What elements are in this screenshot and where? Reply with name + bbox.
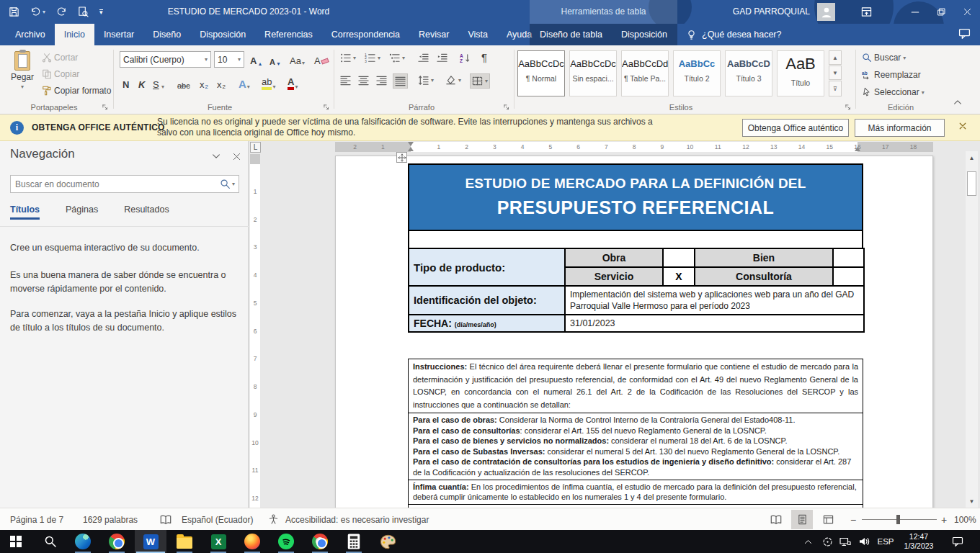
restore-button[interactable] xyxy=(928,0,954,24)
style-titulo-3[interactable]: AaBbCcD Título 3 xyxy=(725,50,772,96)
paragraph-dialog-launcher[interactable] xyxy=(503,103,512,112)
show-marks-button[interactable]: ¶ xyxy=(481,51,487,63)
tab-disposicion[interactable]: Disposición xyxy=(190,24,255,45)
style-normal[interactable]: AaBbCcDc ¶ Normal xyxy=(517,50,565,96)
taskbar-chrome[interactable] xyxy=(101,530,133,553)
collapse-ribbon-button[interactable] xyxy=(953,97,963,109)
print-layout-button[interactable] xyxy=(791,510,813,529)
taskbar-chrome-profile[interactable] xyxy=(304,530,336,553)
line-spacing-button[interactable]: ▾ xyxy=(418,75,434,86)
tray-show-hidden-icons[interactable] xyxy=(798,530,817,553)
style-sin-espaciado[interactable]: AaBbCcDc Sin espaci... xyxy=(569,50,617,96)
proofing-icon[interactable] xyxy=(160,508,172,531)
shading-button[interactable]: ▾ xyxy=(445,75,461,86)
action-center-icon[interactable] xyxy=(947,530,968,553)
sort-button[interactable] xyxy=(460,53,471,63)
first-line-indent-marker[interactable] xyxy=(408,142,414,146)
ribbon-display-options-button[interactable] xyxy=(853,0,879,24)
align-center-button[interactable] xyxy=(358,75,369,86)
more-info-button[interactable]: Más información xyxy=(855,119,945,137)
select-button[interactable]: Seleccionar▾ xyxy=(862,87,925,97)
scroll-down-arrow[interactable]: ▼ xyxy=(966,495,977,507)
font-color-button[interactable]: A▾ xyxy=(288,75,298,91)
hanging-indent-marker[interactable] xyxy=(408,147,414,151)
blank-row[interactable] xyxy=(408,231,863,249)
style-table-paragraph[interactable]: AaBbCcDd ¶ Table Pa... xyxy=(621,50,669,96)
zoom-level[interactable]: 100% xyxy=(954,508,976,531)
zoom-slider-thumb[interactable] xyxy=(896,515,900,524)
cut-button[interactable]: Cortar xyxy=(42,53,78,63)
search-dropdown-icon[interactable]: ▾ xyxy=(232,181,235,187)
start-button[interactable] xyxy=(0,530,32,553)
find-button[interactable]: Buscar▾ xyxy=(862,53,906,63)
read-mode-button[interactable] xyxy=(765,510,787,529)
scrollbar-thumb[interactable] xyxy=(967,171,976,196)
text-effects-button[interactable]: A▾ xyxy=(239,75,250,91)
search-icon[interactable] xyxy=(220,179,231,189)
change-case-button[interactable]: Aa▾ xyxy=(290,51,305,67)
taskbar-search-button[interactable] xyxy=(35,530,66,553)
taskbar-calculator[interactable] xyxy=(338,530,370,553)
strikethrough-button[interactable]: abc xyxy=(177,75,190,91)
servicio-check-cell[interactable]: X xyxy=(663,267,695,286)
bien-check-cell[interactable] xyxy=(833,248,864,267)
align-right-button[interactable] xyxy=(376,75,387,86)
objeto-label-cell[interactable]: Identificación del objeto: xyxy=(409,286,565,315)
account-avatar[interactable] xyxy=(817,3,835,21)
taskbar-excel[interactable]: X xyxy=(202,530,234,553)
underline-dropdown[interactable]: ▾ xyxy=(161,75,164,91)
volume-icon[interactable] xyxy=(855,530,873,553)
fecha-value-cell[interactable]: 31/01/2023 xyxy=(565,315,864,332)
borders-button[interactable]: ▾ xyxy=(470,73,490,89)
navigation-close-icon[interactable] xyxy=(232,151,241,164)
fecha-label-cell[interactable]: FECHA: (día/mes/año) xyxy=(409,315,565,332)
document-title-banner[interactable]: ESTUDIO DE MERCADO PARA LA DEFINICIÓN DE… xyxy=(408,163,863,231)
style-titulo-2[interactable]: AaBbCc Título 2 xyxy=(673,50,721,96)
styles-gallery-expand[interactable]: ⊽ xyxy=(829,81,842,96)
navtab-resultados[interactable]: Resultados xyxy=(124,204,169,220)
replace-button[interactable]: Reemplazar xyxy=(862,70,921,80)
vertical-scrollbar[interactable]: ▲ ▼ xyxy=(966,151,978,508)
consultoria-check-cell[interactable] xyxy=(833,267,864,286)
tell-me-box[interactable]: ¿Qué desea hacer? xyxy=(686,24,782,45)
get-genuine-office-button[interactable]: Obtenga Office auténtico xyxy=(742,119,849,137)
font-name-combobox[interactable]: Calibri (Cuerpo)▾ xyxy=(120,51,211,68)
language-indicator[interactable]: ESP xyxy=(873,530,898,553)
taskbar-word[interactable]: W xyxy=(135,530,166,553)
grow-font-button[interactable]: A▲ xyxy=(250,51,262,67)
navtab-titulos[interactable]: Títulos xyxy=(10,204,40,220)
web-layout-button[interactable] xyxy=(817,510,839,529)
taskbar-spotify[interactable] xyxy=(270,530,302,553)
shrink-font-button[interactable]: A▼ xyxy=(270,51,281,67)
format-painter-button[interactable]: Copiar formato xyxy=(42,86,111,96)
navigation-search-box[interactable]: ▾ xyxy=(10,175,239,193)
feedback-icon[interactable] xyxy=(958,27,971,42)
servicio-cell[interactable]: Servicio xyxy=(565,267,663,286)
zoom-out-button[interactable]: − xyxy=(850,508,856,531)
language-indicator[interactable]: Español (Ecuador) xyxy=(182,508,253,531)
consultoria-cell[interactable]: Consultoría xyxy=(695,267,833,286)
objeto-value-cell[interactable]: Implementación del sistema web y aplicac… xyxy=(565,286,864,315)
zoom-in-button[interactable]: + xyxy=(941,508,947,531)
clock[interactable]: 12:47 1/3/2023 xyxy=(898,530,940,553)
increase-indent-button[interactable] xyxy=(437,53,447,63)
tab-disposicion-tabla[interactable]: Disposición xyxy=(612,24,677,45)
accessibility-status[interactable]: Accesibilidad: es necesario investigar xyxy=(285,508,429,531)
italic-button[interactable]: K xyxy=(138,75,145,91)
font-size-combobox[interactable]: 10▾ xyxy=(214,51,244,68)
decrease-indent-button[interactable] xyxy=(418,53,429,63)
undo-dropdown-icon[interactable]: ▾ xyxy=(43,9,45,15)
cases-cell[interactable]: Para el caso de obras: Considerar la Nor… xyxy=(409,413,863,480)
highlight-button[interactable]: ab▾ xyxy=(262,75,275,91)
warning-close-icon[interactable] xyxy=(958,122,967,132)
tab-insertar[interactable]: Insertar xyxy=(94,24,143,45)
align-left-button[interactable] xyxy=(340,75,351,86)
bien-cell[interactable]: Bien xyxy=(695,248,833,267)
table-move-handle[interactable] xyxy=(396,152,407,163)
minimize-button[interactable] xyxy=(902,0,928,24)
navigation-options-icon[interactable] xyxy=(211,151,221,164)
clear-formatting-button[interactable]: A xyxy=(314,51,329,67)
tab-vista[interactable]: Vista xyxy=(458,24,497,45)
save-button[interactable] xyxy=(9,6,19,17)
style-titulo[interactable]: AaB Título xyxy=(777,50,824,96)
